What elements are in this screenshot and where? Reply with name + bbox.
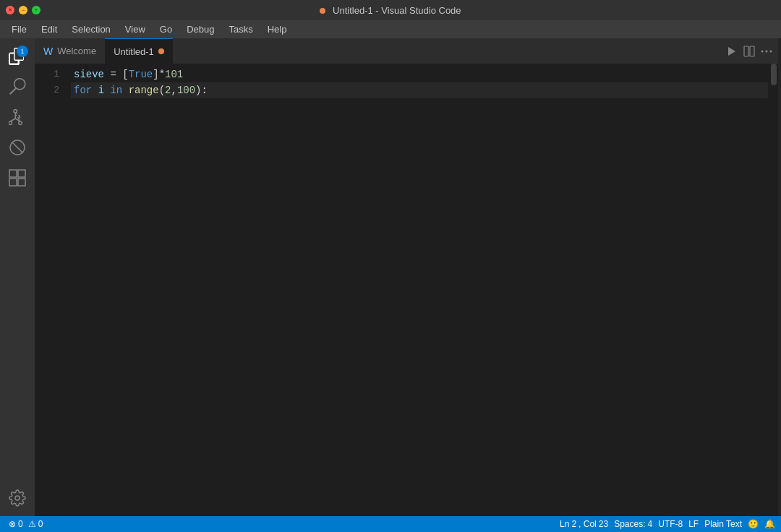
main-area: 1 xyxy=(0,38,781,516)
smiley-icon: 🙂 xyxy=(748,519,759,529)
svg-point-17 xyxy=(770,50,772,52)
explorer-activity-icon[interactable]: 1 xyxy=(5,44,30,69)
code-editor[interactable]: sieve = [True]*101 for i in range(2,100)… xyxy=(71,64,768,516)
ln-label: Ln xyxy=(560,519,569,529)
statusbar-encoding[interactable]: UTF-8 xyxy=(655,516,686,532)
svg-rect-13 xyxy=(744,46,748,56)
run-button[interactable] xyxy=(726,46,738,57)
ln-value: 2 xyxy=(571,519,576,529)
close-button[interactable] xyxy=(6,6,14,14)
line-numbers: 1 2 xyxy=(35,64,71,516)
spaces-value: 4 xyxy=(647,519,652,529)
menu-debug[interactable]: Debug xyxy=(181,22,220,36)
language-value: Plain Text xyxy=(704,519,742,529)
scrollbar-thumb[interactable] xyxy=(771,64,777,85)
statusbar-language[interactable]: Plain Text xyxy=(701,516,745,532)
code-line-1: sieve = [True]*101 xyxy=(71,66,768,82)
menu-help[interactable]: Help xyxy=(262,22,293,36)
encoding-value: UTF-8 xyxy=(658,519,683,529)
code-line-2: for i in range(2,100): xyxy=(71,82,768,98)
warning-count: 0 xyxy=(38,519,43,529)
eol-value: LF xyxy=(688,519,699,529)
svg-point-15 xyxy=(761,50,764,52)
menu-file[interactable]: File xyxy=(6,22,33,36)
menu-view[interactable]: View xyxy=(119,22,151,36)
window-title: Untitled-1 - Visual Studio Code xyxy=(320,5,461,16)
statusbar-right: Ln 2, Col 23 Spaces: 4 UTF-8 LF Plain Te… xyxy=(554,516,781,532)
statusbar-errors[interactable]: ⊗ 0 ⚠ 0 xyxy=(6,516,46,532)
titlebar-controls xyxy=(6,6,40,14)
activitybar: 1 xyxy=(0,38,35,516)
extensions-activity-icon[interactable] xyxy=(5,166,30,190)
explorer-badge: 1 xyxy=(17,46,28,57)
minimize-button[interactable] xyxy=(19,6,27,14)
menubar: File Edit Selection View Go Debug Tasks … xyxy=(0,20,781,38)
line-number-2: 2 xyxy=(40,82,59,98)
settings-activity-icon[interactable] xyxy=(5,486,30,510)
activitybar-bottom xyxy=(5,486,30,510)
statusbar-spaces[interactable]: Spaces: 4 xyxy=(611,516,655,532)
editor-area: W Welcome Untitled-1 1 xyxy=(35,38,778,516)
warning-icon: ⚠ xyxy=(28,519,36,529)
maximize-button[interactable] xyxy=(32,6,40,14)
error-icon: ⊗ xyxy=(9,519,16,529)
bell-icon: 🔔 xyxy=(764,519,775,529)
statusbar-eol[interactable]: LF xyxy=(686,516,701,532)
split-editor-button[interactable] xyxy=(743,46,755,57)
search-activity-icon[interactable] xyxy=(5,74,30,99)
editor-scrollbar[interactable] xyxy=(768,64,778,516)
line-number-1: 1 xyxy=(40,66,59,82)
tab-welcome-label: Welcome xyxy=(57,46,96,56)
titlebar: Untitled-1 - Visual Studio Code xyxy=(0,0,781,20)
svg-line-7 xyxy=(12,142,22,153)
spaces-label: Spaces: xyxy=(614,519,645,529)
svg-rect-10 xyxy=(9,179,17,186)
svg-line-4 xyxy=(15,119,20,121)
menu-go[interactable]: Go xyxy=(154,22,178,36)
tab-untitled1-label: Untitled-1 xyxy=(114,46,154,57)
svg-line-5 xyxy=(10,119,15,121)
menu-selection[interactable]: Selection xyxy=(66,22,116,36)
svg-rect-9 xyxy=(18,170,25,177)
statusbar-position[interactable]: Ln 2, Col 23 xyxy=(557,516,611,532)
tab-welcome[interactable]: W Welcome xyxy=(35,38,105,64)
statusbar-left: ⊗ 0 ⚠ 0 xyxy=(0,516,51,532)
tabbar-actions xyxy=(720,38,778,64)
error-count: 0 xyxy=(18,519,23,529)
statusbar-smiley[interactable]: 🙂 xyxy=(745,516,761,532)
tabbar: W Welcome Untitled-1 xyxy=(35,38,778,64)
svg-rect-8 xyxy=(9,170,17,177)
modified-dot xyxy=(158,48,164,54)
debug-activity-icon[interactable] xyxy=(5,135,30,160)
svg-rect-11 xyxy=(18,179,25,186)
svg-rect-14 xyxy=(750,46,754,56)
svg-point-12 xyxy=(15,496,20,500)
source-control-activity-icon[interactable] xyxy=(5,105,30,129)
col-value: 23 xyxy=(599,519,608,529)
menu-tasks[interactable]: Tasks xyxy=(223,22,258,36)
more-actions-button[interactable] xyxy=(761,46,772,57)
statusbar-bell[interactable]: 🔔 xyxy=(761,516,778,532)
svg-point-2 xyxy=(9,121,12,125)
svg-point-16 xyxy=(766,50,768,52)
statusbar: ⊗ 0 ⚠ 0 Ln 2, Col 23 Spaces: 4 UTF-8 LF … xyxy=(0,516,781,532)
welcome-tab-icon: W xyxy=(43,46,53,57)
col-label: , Col xyxy=(579,519,597,529)
menu-edit[interactable]: Edit xyxy=(35,22,63,36)
editor-content[interactable]: 1 2 sieve = [True]*101 for i in range(2,… xyxy=(35,64,778,516)
tab-untitled1[interactable]: Untitled-1 xyxy=(105,38,173,64)
minimap xyxy=(778,38,781,516)
svg-point-1 xyxy=(19,121,22,125)
